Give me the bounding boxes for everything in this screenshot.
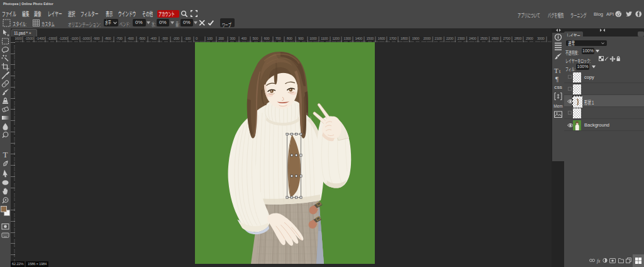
svg-text:CSS: CSS [554, 86, 562, 89]
svg-text:Mem: Mem [553, 104, 562, 108]
svg-text:t: t [559, 69, 561, 74]
svg-text:T: T [554, 67, 558, 74]
svg-text:¶: ¶ [555, 75, 558, 82]
svg-text:fx: fx [597, 258, 601, 264]
svg-text:T: T [3, 150, 8, 159]
